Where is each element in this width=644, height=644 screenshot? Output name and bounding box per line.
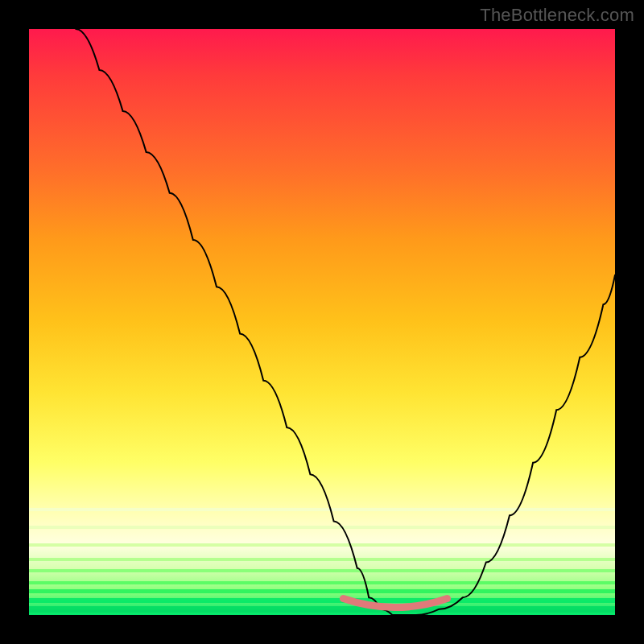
curve-bottom-highlight bbox=[343, 599, 447, 608]
bottleneck-curve-svg bbox=[29, 29, 615, 615]
plot-area bbox=[29, 29, 615, 615]
chart-frame: TheBottleneck.com bbox=[0, 0, 644, 644]
watermark-text: TheBottleneck.com bbox=[480, 5, 634, 26]
bottleneck-curve bbox=[76, 29, 615, 615]
